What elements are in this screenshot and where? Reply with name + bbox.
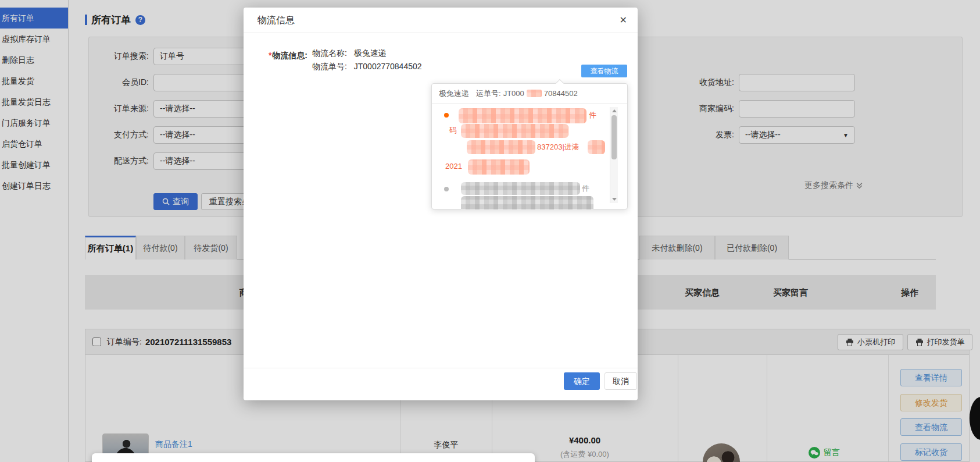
popup-carrier: 极兔速递 [439, 84, 469, 104]
tracking-fragment: 件 [582, 183, 589, 194]
censored-block [459, 108, 586, 123]
tracking-fragment: 码 [449, 125, 457, 136]
popup-tracking-prefix: JT000 [503, 84, 524, 104]
tracking-event-dot [444, 187, 449, 191]
censored-block [588, 140, 605, 154]
censored-block [468, 159, 530, 175]
scrollbar-thumb[interactable] [611, 115, 617, 159]
tracking-event-dot-latest [444, 113, 449, 118]
tracking-fragment: 837203|进港 [537, 142, 580, 152]
scroll-down-icon[interactable] [612, 198, 617, 201]
tracking-fragment: 2021 [445, 162, 462, 170]
tracking-number: JT0002770844502 [354, 62, 422, 71]
censored-block [461, 124, 568, 138]
product-note-tooltip [92, 453, 535, 462]
logistics-field-label: *物流信息: [255, 51, 307, 61]
popup-tracking-suffix: 70844502 [544, 84, 578, 104]
close-icon[interactable]: ✕ [620, 15, 627, 26]
required-mark: * [269, 51, 271, 60]
confirm-button[interactable]: 确定 [564, 372, 600, 390]
tracking-label: 物流单号: [312, 62, 347, 71]
tracking-line: 物流单号: JT0002770844502 [312, 62, 422, 72]
modal-title: 物流信息 [244, 8, 638, 33]
cancel-button[interactable]: 取消 [605, 372, 637, 390]
censored-block [527, 90, 542, 97]
view-logistics-modal-button[interactable]: 查看物流 [581, 65, 627, 77]
popup-tracking-label: 运单号: [476, 84, 501, 104]
carrier-name: 极兔速递 [354, 48, 387, 58]
tracking-events-list: 件 码 837203|进港 2021 件 [432, 104, 627, 209]
popup-scrollbar[interactable] [610, 107, 618, 203]
logistics-modal: 物流信息 ✕ *物流信息: 物流名称: 极兔速递 物流单号: JT0002770… [244, 8, 638, 400]
tracking-popup-header: 极兔速递 运单号: JT000 70844502 [432, 84, 627, 104]
modal-footer-divider [244, 368, 638, 368]
tracking-popup: 极兔速递 运单号: JT000 70844502 件 码 837203|进港 2… [431, 83, 628, 209]
censored-block [461, 196, 593, 209]
censored-block [461, 182, 580, 195]
carrier-line: 物流名称: 极兔速递 [312, 48, 387, 59]
censored-block [467, 140, 535, 154]
carrier-label: 物流名称: [312, 48, 347, 58]
tracking-fragment: 件 [589, 110, 596, 120]
scroll-up-icon[interactable] [612, 109, 617, 112]
